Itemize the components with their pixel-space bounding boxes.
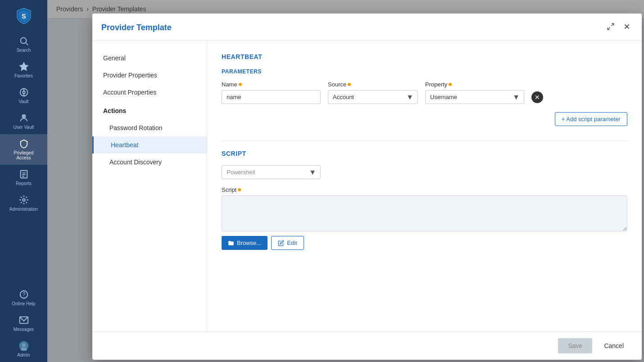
heartbeat-section-title: HEARTBEAT bbox=[222, 53, 627, 60]
svg-marker-3 bbox=[19, 63, 27, 70]
main-area: Providers › Provider Templates Provider … bbox=[47, 0, 644, 362]
svg-point-14 bbox=[23, 199, 25, 201]
sidebar-privileged-label: PrivilegedAccess bbox=[14, 150, 34, 160]
sidebar-item-vault[interactable]: Vault bbox=[0, 83, 47, 109]
sidebar-item-favorites[interactable]: Favorites bbox=[0, 57, 47, 83]
script-required-indicator bbox=[238, 188, 241, 191]
nav-item-general[interactable]: General bbox=[92, 50, 207, 67]
sidebar-item-privileged-access[interactable]: PrivilegedAccess bbox=[0, 134, 47, 165]
sidebar-uservault-label: User Vault bbox=[14, 125, 34, 130]
modal-content: HEARTBEAT PARAMETERS Name bbox=[207, 41, 642, 331]
script-actions: Browse... Edit bbox=[222, 236, 627, 250]
folder-icon bbox=[228, 240, 234, 246]
sidebar-help-label: Online Help bbox=[12, 301, 35, 306]
nav-item-password-rotation[interactable]: Password Rotation bbox=[92, 119, 207, 136]
save-button[interactable]: Save bbox=[558, 338, 592, 353]
svg-point-5 bbox=[23, 91, 25, 94]
nav-item-actions[interactable]: Actions bbox=[92, 101, 207, 119]
name-label: Name bbox=[222, 81, 321, 88]
app-logo: S bbox=[13, 5, 35, 27]
script-type-select-wrapper: Powershell Bash Python ▼ bbox=[222, 165, 321, 179]
source-select[interactable]: Account System Custom bbox=[328, 90, 418, 104]
svg-point-1 bbox=[20, 38, 26, 44]
add-script-parameter-button[interactable]: + Add script parameter bbox=[555, 112, 627, 126]
script-section-title: SCRIPT bbox=[222, 150, 627, 157]
property-select[interactable]: Username Password Domain bbox=[425, 90, 524, 104]
sidebar-reports-label: Reports bbox=[16, 181, 32, 186]
property-required-indicator bbox=[449, 83, 452, 86]
sidebar-favorites-label: Favorites bbox=[14, 73, 33, 78]
pencil-icon bbox=[278, 240, 284, 246]
modal-nav: General Provider Properties Account Prop… bbox=[92, 41, 207, 331]
sidebar-search-label: Search bbox=[17, 48, 31, 53]
modal-header: Provider Template bbox=[92, 14, 642, 41]
nav-item-heartbeat[interactable]: Heartbeat bbox=[92, 136, 207, 154]
sidebar-item-user-vault[interactable]: User Vault bbox=[0, 109, 47, 134]
nav-item-provider-properties[interactable]: Provider Properties bbox=[92, 67, 207, 84]
source-select-wrapper: Account System Custom ▼ bbox=[328, 90, 418, 104]
name-required-indicator bbox=[239, 83, 242, 86]
sidebar-item-administration[interactable]: Administration bbox=[0, 190, 47, 216]
close-button[interactable] bbox=[621, 21, 633, 35]
source-field-group: Source Account System Custom ▼ bbox=[328, 81, 418, 104]
parameters-row: Name Source bbox=[222, 81, 627, 104]
property-label: Property bbox=[425, 81, 524, 88]
sidebar-messages-label: Messages bbox=[14, 327, 34, 332]
svg-text:?: ? bbox=[22, 291, 25, 298]
property-field-group: Property Username Password Domain ▼ bbox=[425, 81, 524, 104]
remove-parameter-button[interactable]: ✕ bbox=[531, 91, 543, 103]
sidebar-item-reports[interactable]: Reports bbox=[0, 165, 47, 190]
name-input[interactable] bbox=[222, 90, 321, 104]
name-field-group: Name bbox=[222, 81, 321, 104]
cancel-button[interactable]: Cancel bbox=[597, 338, 631, 353]
sidebar: S Search Favorites Vault User Vault Priv… bbox=[0, 0, 47, 362]
svg-point-9 bbox=[23, 116, 24, 117]
sidebar-admin-user-label: Admin bbox=[17, 353, 30, 357]
svg-line-21 bbox=[612, 23, 614, 26]
script-textarea[interactable] bbox=[222, 195, 627, 231]
source-required-indicator bbox=[348, 83, 351, 86]
script-type-select[interactable]: Powershell Bash Python bbox=[222, 165, 321, 179]
sidebar-vault-label: Vault bbox=[18, 99, 28, 104]
script-label: Script bbox=[222, 186, 627, 193]
svg-line-2 bbox=[26, 43, 28, 45]
svg-line-22 bbox=[608, 27, 610, 30]
sidebar-item-search[interactable]: Search bbox=[0, 32, 47, 57]
parameters-section-title: PARAMETERS bbox=[222, 68, 627, 75]
sidebar-item-messages[interactable]: Messages bbox=[0, 311, 47, 336]
modal-header-actions bbox=[605, 21, 633, 35]
script-type-wrapper: Powershell Bash Python ▼ bbox=[222, 165, 627, 179]
modal-title: Provider Template bbox=[101, 23, 172, 32]
modal-body: General Provider Properties Account Prop… bbox=[92, 41, 642, 331]
edit-button[interactable]: Edit bbox=[271, 236, 304, 250]
provider-template-modal: Provider Template General Provider Prope… bbox=[92, 14, 642, 360]
property-select-wrapper: Username Password Domain ▼ bbox=[425, 90, 524, 104]
sidebar-item-help[interactable]: ? Online Help bbox=[0, 285, 47, 311]
modal-footer: Save Cancel bbox=[92, 331, 642, 360]
svg-text:S: S bbox=[22, 13, 26, 20]
nav-item-account-properties[interactable]: Account Properties bbox=[92, 84, 207, 101]
source-label: Source bbox=[328, 81, 418, 88]
svg-point-19 bbox=[22, 343, 25, 347]
script-field-group: Script bbox=[222, 186, 627, 236]
nav-item-account-discovery[interactable]: Account Discovery bbox=[92, 154, 207, 171]
browse-button[interactable]: Browse... bbox=[222, 236, 268, 250]
expand-button[interactable] bbox=[605, 21, 617, 35]
sidebar-admin-label: Administration bbox=[9, 207, 38, 212]
sidebar-item-admin-user[interactable]: Admin bbox=[0, 336, 47, 362]
